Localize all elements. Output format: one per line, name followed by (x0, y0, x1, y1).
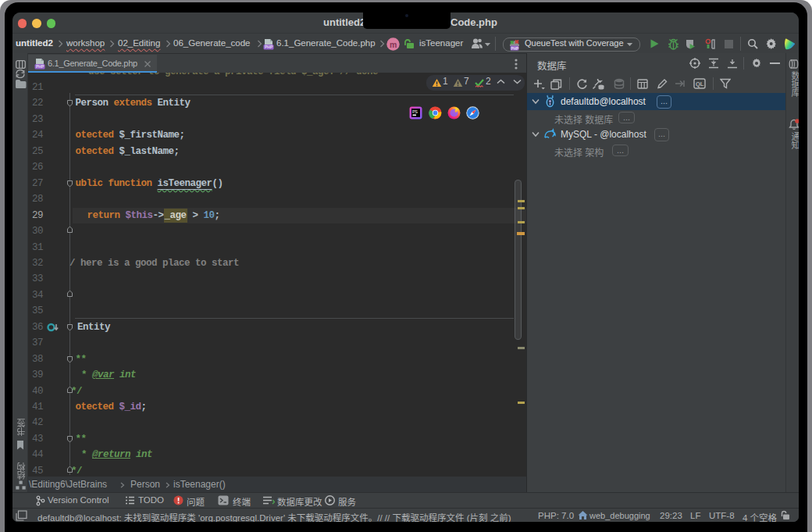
svg-text:PHP: PHP (511, 46, 518, 50)
svg-text:QL: QL (696, 80, 704, 87)
svg-text:m: m (390, 39, 397, 48)
svg-text:PHP: PHP (36, 64, 45, 69)
svg-text:PHP: PHP (265, 45, 273, 49)
svg-text:PS: PS (412, 109, 418, 114)
